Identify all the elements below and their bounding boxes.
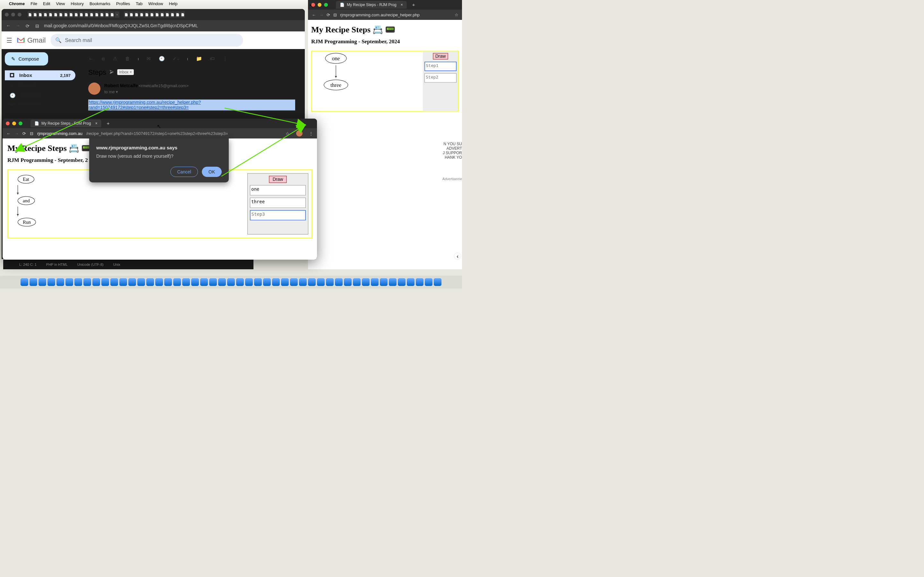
close-tab-icon[interactable]: × <box>401 3 403 7</box>
menu-help[interactable]: Help <box>169 1 178 6</box>
window-traffic-lights[interactable] <box>5 13 21 17</box>
reload-icon[interactable]: ⟳ <box>326 12 330 17</box>
dock-app-icon[interactable] <box>254 278 262 286</box>
menu-history[interactable]: History <box>71 1 83 6</box>
dock-app-icon[interactable] <box>335 278 342 286</box>
chevron-down-icon[interactable]: ▾ <box>116 89 118 94</box>
dock-app-icon[interactable] <box>245 278 253 286</box>
dock-app-icon[interactable] <box>434 278 441 286</box>
back-icon[interactable]: ← <box>312 12 316 17</box>
menu-tab[interactable]: Tab <box>136 1 142 6</box>
step-input-2[interactable] <box>425 73 457 83</box>
recipient-line[interactable]: to me ▾ <box>104 89 189 94</box>
dock-app-icon[interactable] <box>272 278 280 286</box>
dock-app-icon[interactable] <box>39 278 46 286</box>
collapse-chevron-icon[interactable]: ‹ <box>454 253 461 259</box>
dock-app-icon[interactable] <box>290 278 298 286</box>
mail-body-link[interactable]: https://www.rjmprogramming.com.au/recipe… <box>88 100 295 111</box>
popup-tab[interactable]: 📄 My Recipe Steps - RJM Prog × <box>31 119 102 127</box>
sidebar-item-starred[interactable]: ☆ Starred <box>5 81 75 91</box>
right-traffic-lights[interactable] <box>311 3 328 7</box>
dock-app-icon[interactable] <box>92 278 100 286</box>
hamburger-icon[interactable]: ☰ <box>6 37 12 44</box>
popup-address-bar[interactable]: ← → ⟳ ⊟ rjmprogramming.com.au/recipe_hel… <box>3 128 317 139</box>
dock-app-icon[interactable] <box>137 278 145 286</box>
back-icon[interactable]: ← <box>5 23 11 29</box>
dock-app-icon[interactable] <box>227 278 235 286</box>
dock-app-icon[interactable] <box>146 278 154 286</box>
dock-app-icon[interactable] <box>173 278 181 286</box>
back-icon[interactable]: ← <box>6 131 11 136</box>
gmail-search[interactable]: 🔍 Search mail <box>50 34 243 47</box>
dock-app-icon[interactable] <box>380 278 388 286</box>
bookmark-star-icon[interactable]: ☆ <box>455 12 459 17</box>
dock-app-icon[interactable] <box>407 278 415 286</box>
sidebar-item-important[interactable]: ⮕ Important <box>5 101 75 111</box>
dock-app-icon[interactable] <box>263 278 271 286</box>
step-input-3[interactable] <box>250 210 306 221</box>
dock-app-icon[interactable] <box>398 278 405 286</box>
sidebar-item-snoozed[interactable]: 🕘 Snoozed <box>5 90 75 101</box>
compose-button[interactable]: ✎ Compose <box>5 52 48 66</box>
close-tab-icon[interactable]: × <box>95 121 97 126</box>
delete-icon[interactable]: 🗑 <box>125 56 130 61</box>
dock-app-icon[interactable] <box>281 278 289 286</box>
important-marker-icon[interactable]: ⮚ <box>110 69 114 75</box>
snooze-icon[interactable]: 🕘 <box>159 56 165 61</box>
dock-app-icon[interactable] <box>299 278 307 286</box>
site-info-icon[interactable]: ⊟ <box>30 131 33 136</box>
dock-app-icon[interactable] <box>57 278 64 286</box>
dock-app-icon[interactable] <box>102 278 109 286</box>
label-icon[interactable]: 🏷 <box>210 56 215 61</box>
draw-button[interactable]: Draw <box>269 176 287 183</box>
site-info-icon[interactable]: ⊟ <box>34 23 40 29</box>
sidebar-item-inbox[interactable]: 🞐 Inbox 2,197 <box>5 71 75 81</box>
dock-app-icon[interactable] <box>110 278 118 286</box>
dock-app-icon[interactable] <box>155 278 163 286</box>
bookmark-star-icon[interactable]: ☆ <box>286 131 289 136</box>
dock-app-icon[interactable] <box>200 278 208 286</box>
new-tab-icon[interactable]: + <box>107 121 110 126</box>
step-input-1[interactable] <box>425 62 457 71</box>
menu-view[interactable]: View <box>56 1 65 6</box>
new-tab-icon[interactable]: + <box>412 2 415 8</box>
dock-app-icon[interactable] <box>83 278 91 286</box>
menu-profiles[interactable]: Profiles <box>116 1 130 6</box>
dock-app-icon[interactable] <box>182 278 190 286</box>
dock-app-icon[interactable] <box>120 278 127 286</box>
spam-icon[interactable]: ⚠ <box>113 56 118 61</box>
sender-avatar[interactable] <box>88 83 100 95</box>
dock-app-icon[interactable] <box>236 278 244 286</box>
dock-app-icon[interactable] <box>416 278 423 286</box>
dock-app-icon[interactable] <box>209 278 217 286</box>
label-chip-inbox[interactable]: Inbox × <box>117 69 134 75</box>
gmail-logo[interactable]: Gmail <box>17 36 45 44</box>
reload-icon[interactable]: ⟳ <box>23 131 26 136</box>
dialog-cancel-button[interactable]: Cancel <box>170 167 198 177</box>
dock-app-icon[interactable] <box>65 278 73 286</box>
right-address-bar[interactable]: ← → ⟳ ⊟ rjmprogramming.com.au/recipe_hel… <box>308 10 462 20</box>
dialog-ok-button[interactable]: OK <box>202 167 222 177</box>
dock-app-icon[interactable] <box>371 278 379 286</box>
step-input-1[interactable]: one <box>250 185 306 195</box>
url-text[interactable]: mail.google.com/mail/u/0/#inbox/FMfcgzQX… <box>44 23 301 29</box>
add-task-icon[interactable]: ✓₊ <box>173 56 179 61</box>
dock-app-icon[interactable] <box>425 278 433 286</box>
dock-app-icon[interactable] <box>74 278 82 286</box>
dock-app-icon[interactable] <box>164 278 172 286</box>
site-info-icon[interactable]: ⊟ <box>333 12 337 17</box>
dock-app-icon[interactable] <box>317 278 325 286</box>
menu-edit[interactable]: Edit <box>43 1 50 6</box>
reload-icon[interactable]: ⟳ <box>25 23 31 29</box>
step-input-2[interactable]: three <box>250 198 306 208</box>
dock-app-icon[interactable] <box>362 278 370 286</box>
chrome-address-bar[interactable]: ← → ⟳ ⊟ mail.google.com/mail/u/0/#inbox/… <box>2 20 305 31</box>
kebab-menu-icon[interactable]: ⋮ <box>309 131 313 136</box>
draw-button[interactable]: Draw <box>433 53 448 60</box>
dock-app-icon[interactable] <box>47 278 55 286</box>
back-to-inbox-icon[interactable]: ← <box>88 55 94 62</box>
dock-app-icon[interactable] <box>21 278 28 286</box>
dock-app-icon[interactable] <box>308 278 316 286</box>
move-icon[interactable]: 📁 <box>196 56 202 61</box>
macos-dock[interactable] <box>0 276 462 288</box>
